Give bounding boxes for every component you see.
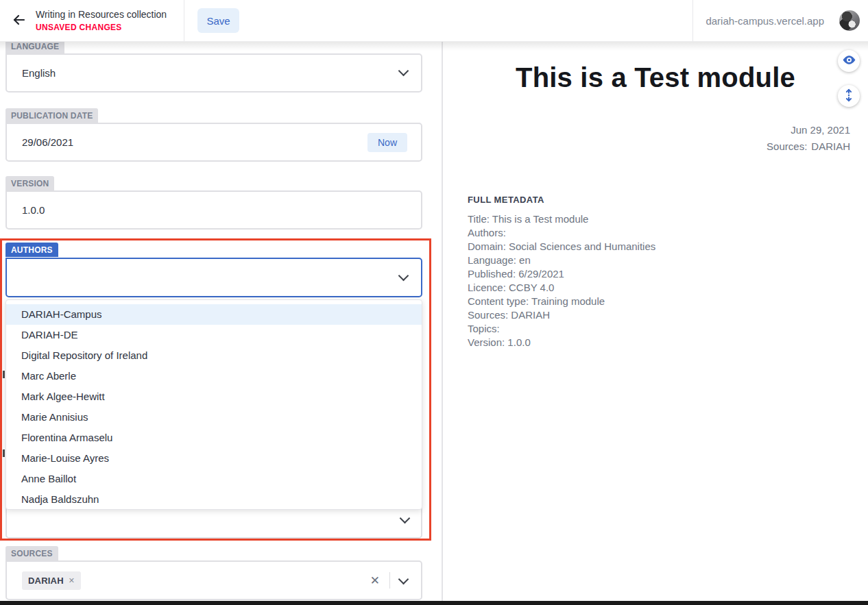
- viewport-bottom-edge: [0, 601, 868, 605]
- back-arrow-icon: [11, 12, 27, 30]
- metadata-line: Domain: Social Sciences and Humanities: [468, 240, 655, 254]
- preview-pane: This is a Test module Jun 29, 2021 Sourc…: [443, 42, 868, 605]
- divider: [389, 572, 390, 589]
- form-pane: LANGUAGE English PUBLICATION DATE 29/06/…: [0, 42, 443, 605]
- preview-meta: Jun 29, 2021 Sources:DARIAH: [767, 122, 850, 155]
- avatar[interactable]: [839, 10, 860, 31]
- source-tag-value: DARIAH: [28, 576, 64, 586]
- metadata-line: Published: 6/29/2021: [468, 267, 655, 281]
- author-option[interactable]: Mark Algee-Hewitt: [6, 386, 422, 407]
- topbar-divider: [692, 0, 693, 41]
- save-button[interactable]: Save: [197, 8, 239, 33]
- sources-label: SOURCES: [5, 546, 58, 560]
- editor-content: LANGUAGE English PUBLICATION DATE 29/06/…: [0, 42, 868, 605]
- preview-toggle-button[interactable]: [838, 50, 860, 72]
- author-option[interactable]: Florentina Armaselu: [6, 428, 422, 448]
- authors-label: AUTHORS: [5, 243, 58, 257]
- eye-icon: [842, 53, 856, 69]
- tag-remove-icon[interactable]: ✕: [69, 576, 75, 585]
- version-label: VERSION: [5, 176, 54, 190]
- author-option[interactable]: DARIAH-Campus: [6, 304, 422, 325]
- full-metadata-lines: Title: This is a Test moduleAuthors:Doma…: [468, 212, 655, 349]
- preview-sources-label: Sources:: [767, 140, 807, 152]
- metadata-line: Version: 1.0.0: [468, 336, 655, 349]
- version-field[interactable]: 1.0.0: [5, 190, 422, 230]
- metadata-line: Topics:: [468, 322, 655, 336]
- publication-date-field[interactable]: 29/06/2021 Now: [5, 123, 422, 162]
- authors-dropdown: DARIAH-CampusDARIAH-DEDigital Repository…: [5, 299, 422, 510]
- now-button[interactable]: Now: [367, 133, 407, 152]
- obscured-field-fragment: [3, 449, 5, 457]
- preview-date: Jun 29, 2021: [767, 122, 850, 138]
- language-label: LANGUAGE: [5, 42, 64, 53]
- sources-select[interactable]: DARIAH ✕ ✕: [5, 560, 422, 600]
- author-option[interactable]: Nadja Baldszuhn: [6, 489, 422, 510]
- back-button[interactable]: [7, 8, 32, 33]
- clear-all-icon[interactable]: ✕: [370, 575, 380, 587]
- author-option[interactable]: Marie-Louise Ayres: [6, 448, 422, 469]
- top-bar: Writing in Resources collection UNSAVED …: [0, 0, 868, 42]
- author-option[interactable]: Marie Annisius: [6, 407, 422, 428]
- author-option[interactable]: Marc Aberle: [6, 366, 422, 386]
- obscured-field-fragment: [3, 371, 5, 378]
- metadata-line: Language: en: [468, 254, 655, 267]
- chevron-down-icon[interactable]: [400, 513, 411, 524]
- chevron-down-icon[interactable]: [398, 573, 409, 584]
- author-option[interactable]: DARIAH-DE: [6, 325, 422, 345]
- author-option[interactable]: Anne Baillot: [6, 469, 422, 489]
- metadata-line: Licence: CCBY 4.0: [468, 281, 655, 295]
- version-value: 1.0.0: [22, 204, 45, 216]
- full-metadata-heading: FULL METADATA: [468, 195, 655, 205]
- authors-select[interactable]: [5, 258, 422, 297]
- chevron-down-icon[interactable]: [398, 270, 409, 281]
- language-select[interactable]: English: [5, 53, 422, 92]
- site-url: dariah-campus.vercel.app: [706, 15, 824, 27]
- metadata-line: Sources: DARIAH: [468, 308, 655, 322]
- source-tag: DARIAH ✕: [22, 571, 81, 590]
- author-option[interactable]: Digital Repository of Ireland: [6, 345, 422, 366]
- scroll-sync-button[interactable]: [838, 85, 860, 107]
- topbar-divider: [184, 0, 184, 41]
- unsaved-changes-badge: UNSAVED CHANGES: [36, 23, 167, 32]
- scroll-sync-icon: [842, 88, 856, 104]
- metadata-line: Content type: Training module: [468, 295, 655, 308]
- metadata-line: Title: This is a Test module: [468, 212, 655, 226]
- entry-title: Writing in Resources collection: [36, 9, 167, 20]
- preview-title: This is a Test module: [443, 62, 868, 93]
- metadata-line: Authors:: [468, 226, 655, 240]
- publication-date-label: PUBLICATION DATE: [5, 108, 98, 123]
- chevron-down-icon[interactable]: [398, 66, 409, 77]
- preview-sources-value: DARIAH: [811, 140, 850, 152]
- full-metadata-section: FULL METADATA Title: This is a Test modu…: [468, 195, 655, 349]
- language-value: English: [22, 67, 56, 79]
- publication-date-value: 29/06/2021: [22, 136, 73, 148]
